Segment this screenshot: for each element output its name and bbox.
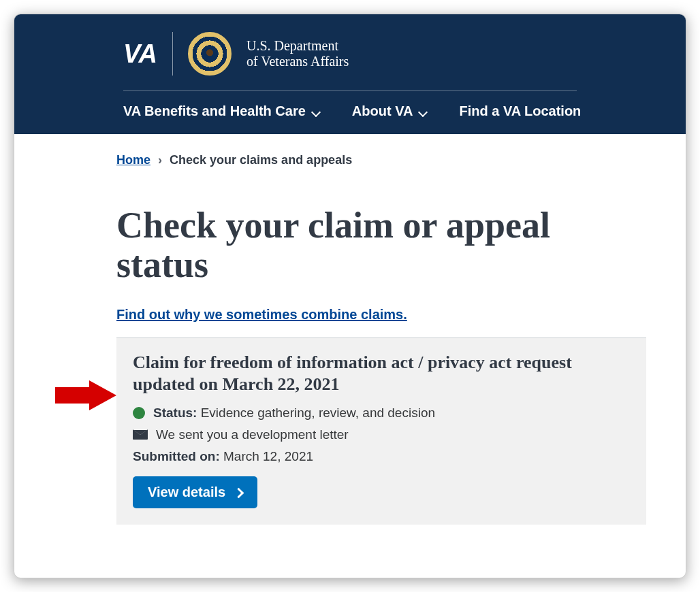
breadcrumb-separator: › — [158, 153, 162, 167]
combine-claims-link[interactable]: Find out why we sometimes combine claims… — [116, 307, 407, 323]
submitted-value: March 12, 2021 — [223, 449, 313, 463]
chevron-right-icon — [235, 484, 242, 500]
envelope-icon — [133, 429, 148, 440]
claim-status-row: Status: Evidence gathering, review, and … — [133, 406, 630, 421]
va-seal-icon — [188, 32, 232, 76]
chevron-down-icon — [313, 103, 319, 119]
dept-line2: of Veterans Affairs — [246, 54, 349, 69]
page-title: Check your claim or appeal status — [116, 205, 646, 285]
primary-nav: VA Benefits and Health Care About VA Fin… — [14, 91, 686, 134]
breadcrumb-current: Check your claims and appeals — [170, 153, 352, 167]
status-value: Evidence gathering, review, and decision — [201, 406, 435, 420]
nav-location[interactable]: Find a VA Location — [459, 103, 581, 119]
claim-card: Claim for freedom of information act / p… — [116, 338, 646, 525]
nav-benefits[interactable]: VA Benefits and Health Care — [123, 103, 319, 119]
mail-message: We sent you a development letter — [156, 427, 349, 442]
breadcrumb: Home › Check your claims and appeals — [116, 153, 646, 167]
page-body: Home › Check your claims and appeals Che… — [14, 134, 686, 545]
brand-divider — [172, 32, 173, 76]
nav-about[interactable]: About VA — [352, 103, 427, 119]
claim-title: Claim for freedom of information act / p… — [133, 352, 630, 396]
brand-row: VA U.S. Department of Veterans Affairs — [14, 32, 686, 91]
va-wordmark: VA — [123, 39, 157, 69]
nav-benefits-label: VA Benefits and Health Care — [123, 103, 306, 119]
status-label: Status: — [153, 406, 197, 420]
nav-location-label: Find a VA Location — [459, 103, 581, 119]
submitted-label: Submitted on: — [133, 449, 220, 463]
view-details-button[interactable]: View details — [133, 476, 257, 508]
status-dot-icon — [133, 407, 145, 419]
site-header: VA U.S. Department of Veterans Affairs V… — [14, 14, 686, 134]
claim-mail-row: We sent you a development letter — [133, 427, 630, 442]
claim-submitted-row: Submitted on: March 12, 2021 — [133, 449, 630, 464]
chevron-down-icon — [419, 103, 426, 119]
breadcrumb-home-link[interactable]: Home — [116, 153, 150, 167]
department-name: U.S. Department of Veterans Affairs — [246, 38, 349, 69]
view-details-label: View details — [148, 484, 225, 500]
nav-about-label: About VA — [352, 103, 413, 119]
dept-line1: U.S. Department — [246, 38, 349, 54]
